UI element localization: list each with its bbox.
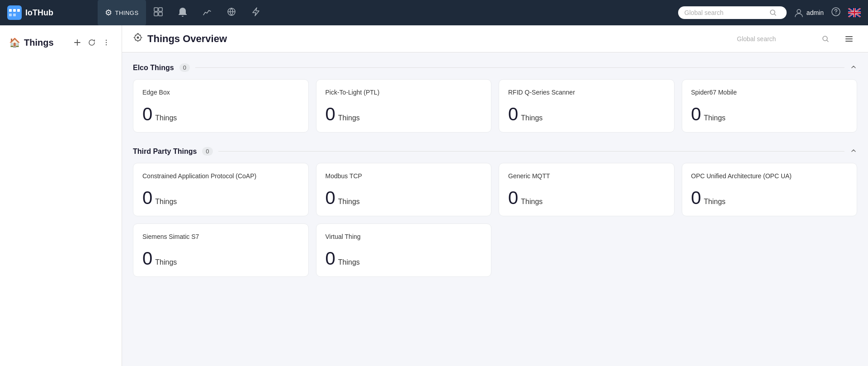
opc-card[interactable]: OPC Unified Architecture (OPC UA) 0 Thin… (682, 163, 858, 216)
user-icon (794, 8, 804, 18)
edge-box-card-title: Edge Box (142, 89, 299, 96)
page-search-input[interactable] (737, 35, 818, 43)
siemens-count-area: 0 Things (142, 249, 299, 267)
siemens-count: 0 (142, 249, 152, 267)
app-body: 🏠 Things Things Overvi (0, 25, 868, 366)
opc-label: Things (704, 198, 726, 206)
svg-point-12 (797, 10, 801, 13)
spider67-card[interactable]: Spider67 Mobile 0 Things (682, 79, 858, 133)
siemens-card[interactable]: Siemens Simatic S7 0 Things (133, 223, 309, 277)
mqtt-label: Things (521, 198, 542, 206)
global-search-input[interactable] (684, 9, 766, 16)
coap-card[interactable]: Constrained Application Protocol (CoAP) … (133, 163, 309, 216)
dashboard-nav-icon (153, 7, 163, 19)
cards-area: Elco Things 0 Edge Box 0 Things (122, 52, 868, 302)
spider67-label: Things (704, 114, 726, 122)
mqtt-card-title: Generic MQTT (508, 172, 665, 180)
siemens-label: Things (155, 258, 177, 266)
add-thing-button[interactable] (71, 36, 84, 49)
elco-section-badge: 0 (179, 63, 190, 72)
language-flag[interactable] (848, 8, 861, 17)
third-party-section-header: Third Party Things 0 (133, 147, 857, 156)
virtual-thing-count: 0 (326, 249, 335, 267)
edge-box-count: 0 (142, 105, 152, 123)
coap-card-title: Constrained Application Protocol (CoAP) (142, 172, 299, 180)
third-party-section-toggle[interactable] (850, 147, 857, 156)
page-title-area: Things Overview (133, 33, 227, 45)
nav-item-alerts[interactable] (170, 0, 195, 25)
spider67-count: 0 (691, 105, 701, 123)
ptl-count: 0 (326, 105, 335, 123)
lightning-nav-icon (251, 7, 261, 19)
elco-cards-grid: Edge Box 0 Things Pick-To-Light (PTL) 0 … (133, 79, 857, 133)
search-icon (769, 9, 777, 16)
svg-rect-3 (17, 9, 20, 12)
virtual-thing-label: Things (338, 258, 360, 266)
global-search-box[interactable] (678, 6, 787, 19)
top-nav: IoTHub ⚙ THINGS (0, 0, 868, 25)
elco-section-toggle[interactable] (850, 63, 857, 72)
page-title-icon (133, 33, 143, 45)
third-party-section-title: Third Party Things (133, 147, 197, 156)
page-menu-button[interactable] (841, 31, 857, 47)
admin-label: admin (807, 9, 824, 16)
admin-area[interactable]: admin (794, 8, 824, 18)
elco-things-section: Elco Things 0 Edge Box 0 Things (133, 63, 857, 133)
elco-section-line (195, 67, 844, 68)
nav-item-dashboard[interactable] (146, 0, 170, 25)
coap-count: 0 (142, 189, 152, 207)
virtual-thing-card-title: Virtual Thing (326, 233, 482, 240)
third-party-section-line (218, 151, 844, 152)
edge-box-card[interactable]: Edge Box 0 Things (133, 79, 309, 133)
sidebar-title: Things (24, 38, 54, 48)
nav-item-lightning[interactable] (244, 0, 268, 25)
rfid-card[interactable]: RFID Q-Series Scanner 0 Things (499, 79, 675, 133)
svg-rect-8 (154, 12, 158, 16)
modbus-card[interactable]: Modbus TCP 0 Things (316, 163, 492, 216)
svg-rect-21 (845, 36, 853, 37)
mqtt-count: 0 (508, 189, 518, 207)
spider67-count-area: 0 Things (691, 105, 848, 123)
mqtt-count-area: 0 Things (508, 189, 665, 207)
opc-count-area: 0 Things (691, 189, 848, 207)
logo-area[interactable]: IoTHub (7, 5, 98, 20)
page-search-icon (822, 35, 829, 43)
virtual-thing-card[interactable]: Virtual Thing 0 Things (316, 223, 492, 277)
globe-nav-icon (226, 7, 236, 19)
refresh-button[interactable] (85, 36, 98, 49)
header-right (731, 31, 857, 47)
third-party-cards-row2: Siemens Simatic S7 0 Things Virtual Thin… (133, 223, 857, 277)
nav-item-globe[interactable] (219, 0, 244, 25)
svg-rect-1 (9, 9, 12, 12)
svg-rect-7 (159, 8, 162, 11)
ptl-count-area: 0 Things (326, 105, 482, 123)
sidebar-actions (71, 36, 113, 49)
ptl-label: Things (338, 114, 360, 122)
rfid-card-title: RFID Q-Series Scanner (508, 89, 665, 96)
ptl-card[interactable]: Pick-To-Light (PTL) 0 Things (316, 79, 492, 133)
rfid-label: Things (521, 114, 542, 122)
page-search-box[interactable] (731, 33, 835, 45)
help-button[interactable] (831, 7, 841, 19)
spider67-card-title: Spider67 Mobile (691, 89, 848, 96)
nav-things-label: THINGS (115, 10, 139, 16)
more-options-button[interactable] (100, 36, 113, 49)
third-party-section-badge: 0 (202, 147, 212, 156)
svg-rect-4 (9, 14, 12, 16)
modbus-label: Things (338, 198, 360, 206)
svg-point-19 (137, 37, 139, 39)
edge-box-count-area: 0 Things (142, 105, 299, 123)
svg-point-16 (106, 40, 107, 41)
main-content: Things Overview Elco Th (122, 25, 868, 366)
nav-item-analytics[interactable] (195, 0, 219, 25)
page-header: Things Overview (122, 25, 868, 52)
svg-rect-9 (159, 12, 162, 16)
siemens-card-title: Siemens Simatic S7 (142, 233, 299, 240)
svg-rect-6 (154, 8, 158, 11)
opc-count: 0 (691, 189, 701, 207)
sidebar-header: 🏠 Things (0, 33, 122, 52)
mqtt-card[interactable]: Generic MQTT 0 Things (499, 163, 675, 216)
nav-item-things[interactable]: ⚙ THINGS (98, 0, 146, 25)
logo-text: IoTHub (25, 8, 53, 18)
third-party-section: Third Party Things 0 Constrained Applica… (133, 147, 857, 277)
